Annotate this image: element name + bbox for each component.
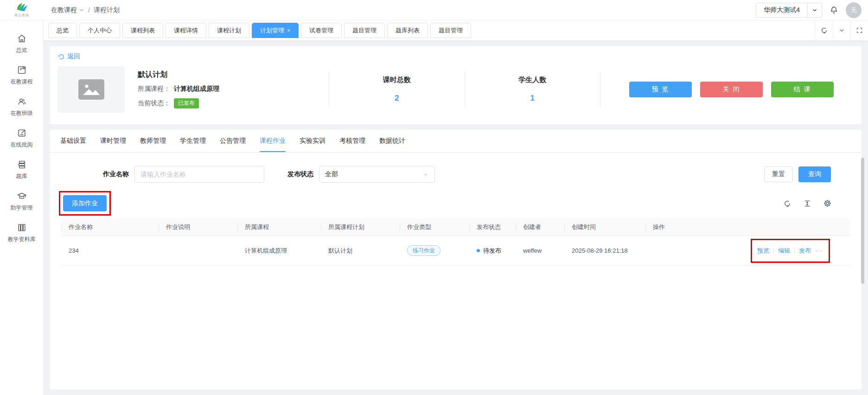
publish-status-select[interactable]: 全部	[319, 166, 435, 183]
col-course: 所属课程	[237, 223, 321, 231]
col-assignment-name: 作业名称	[61, 223, 159, 231]
avatar[interactable]: 无	[846, 2, 862, 18]
page-tab-plan-management-active[interactable]: 计划管理 ×	[252, 23, 299, 38]
breadcrumb-separator: /	[88, 6, 90, 14]
sidebar-item-teaching-classes[interactable]: 在教班级	[0, 91, 44, 122]
add-assignment-button[interactable]: 添加作业	[63, 195, 107, 211]
page-tab-course-list[interactable]: 课程列表	[122, 23, 163, 38]
chevron-down-icon	[423, 172, 429, 178]
tab-lesson-management[interactable]: 课时管理	[100, 130, 126, 152]
col-assignment-description: 作业说明	[159, 223, 237, 231]
fullscreen-icon[interactable]	[850, 20, 868, 40]
publish-status-value: 全部	[325, 170, 423, 178]
plan-course-value: 计算机组成原理	[174, 85, 219, 93]
tab-student-management[interactable]: 学生管理	[180, 130, 206, 152]
row-actions: 预览 编辑 发布 ···	[757, 247, 823, 255]
sidebar-item-teaching-resources[interactable]: 教学资料库	[0, 217, 44, 248]
back-button[interactable]: 返回	[57, 52, 80, 61]
tab-announcement-management[interactable]: 公告管理	[220, 130, 246, 152]
tabbar-actions	[815, 20, 868, 40]
page-tab-course-plan[interactable]: 课程计划	[209, 23, 249, 38]
table-setting-icons	[783, 199, 832, 208]
topbar-right: 华师大测试4 无	[756, 2, 868, 18]
status-text: 待发布	[483, 247, 501, 255]
logo-icon	[16, 2, 28, 13]
row-height-icon[interactable]	[803, 199, 811, 208]
question-bank-icon	[17, 159, 27, 170]
preview-button[interactable]: 预 览	[629, 82, 692, 97]
page-tab-question-management-1[interactable]: 题目管理	[344, 23, 385, 38]
user-menu[interactable]: 华师大测试4	[756, 3, 822, 18]
publish-status-label: 发布状态	[287, 170, 313, 178]
plan-section-tabs: 基础设置 课时管理 教师管理 学生管理 公告管理 课程作业 实验实训 考核管理 …	[50, 130, 862, 153]
assignment-name-label: 作业名称	[103, 170, 129, 178]
chevron-down-icon[interactable]	[833, 20, 850, 40]
row-publish-link[interactable]: 发布	[799, 247, 811, 255]
tab-course-assignments-active[interactable]: 课程作业	[260, 130, 286, 152]
page-tab-course-detail[interactable]: 课程详情	[166, 23, 206, 38]
notification-bell-icon[interactable]	[830, 6, 838, 14]
sidebar-item-teaching-courses[interactable]: 在教课程	[0, 59, 44, 91]
avatar-text: 无	[851, 6, 857, 14]
divider	[794, 248, 795, 254]
resource-books-icon	[17, 223, 27, 233]
page-tab-overview[interactable]: 总览	[48, 23, 77, 38]
sidebar-item-tutoring-management[interactable]: 助学管理	[0, 185, 44, 217]
plan-cover-placeholder	[57, 66, 125, 113]
plan-row: 默认计划 所属课程： 计算机组成原理 当前状态： 已发布 课时总数 2 学生人数…	[57, 66, 854, 113]
tab-experiment-training[interactable]: 实验实训	[300, 130, 326, 152]
tab-basic-settings[interactable]: 基础设置	[60, 130, 86, 152]
breadcrumb-parent[interactable]: 在教课程	[51, 6, 84, 14]
plan-actions: 预 览 关 闭 结 课	[629, 82, 834, 97]
sidebar-item-online-review[interactable]: 在线批阅	[0, 122, 44, 154]
user-name: 华师大测试4	[756, 6, 807, 14]
plan-summary-card: 返回 默认计划 所属课程： 计算机组成原理 当前状态： 已发布	[50, 46, 862, 124]
assignment-name-input[interactable]	[134, 166, 264, 183]
gear-icon[interactable]	[823, 199, 832, 208]
sidebar-item-question-bank[interactable]: 题库	[0, 154, 44, 185]
type-badge: 练习作业	[407, 245, 440, 256]
divider	[773, 248, 774, 254]
tab-assessment-management[interactable]: 考核管理	[339, 130, 365, 152]
tab-teacher-management[interactable]: 教师管理	[140, 130, 166, 152]
page-tab-question-management-2[interactable]: 题目管理	[430, 23, 471, 38]
topbar: 奥兰在线 在教课程 / 课程计划 华师大测试4 无	[0, 0, 868, 20]
chevron-down-icon	[808, 7, 822, 13]
col-course-plan: 所属课程计划	[321, 223, 400, 231]
row-publish-status: 待发布	[469, 247, 516, 255]
page-tab-question-bank-list[interactable]: 题库列表	[387, 23, 428, 38]
page-tab-personal-center[interactable]: 个人中心	[79, 23, 120, 38]
review-edit-icon	[17, 128, 27, 138]
page-tab-exam-paper-management[interactable]: 试卷管理	[301, 23, 342, 38]
assignment-panel: 基础设置 课时管理 教师管理 学生管理 公告管理 课程作业 实验实训 考核管理 …	[50, 130, 862, 389]
row-course-plan: 默认计划	[321, 247, 400, 255]
tab-data-statistics[interactable]: 数据统计	[379, 130, 405, 152]
breadcrumb-current: 课程计划	[94, 6, 120, 14]
sidebar-item-overview[interactable]: 总览	[0, 28, 44, 59]
finish-course-button[interactable]: 结 课	[771, 82, 834, 97]
refresh-icon[interactable]	[783, 199, 791, 208]
app-logo[interactable]: 奥兰在线	[0, 0, 44, 20]
close-icon[interactable]: ×	[287, 28, 290, 33]
stat-total-lessons: 课时总数 2	[329, 76, 465, 103]
scrollbar-thumb[interactable]	[861, 158, 864, 284]
col-assignment-type: 作业类型	[400, 223, 469, 231]
divider	[600, 71, 600, 108]
col-publish-status: 发布状态	[469, 223, 516, 231]
row-edit-link[interactable]: 编辑	[778, 247, 790, 255]
reset-button[interactable]: 重置	[764, 166, 793, 182]
row-creator: weffew	[516, 247, 564, 254]
filter-row: 作业名称 发布状态 全部 重置 查询	[61, 166, 850, 183]
table-row: 234 计算机组成原理 默认计划 练习作业 待发布 weffew 2025-08…	[61, 236, 850, 266]
row-created-time: 2025-08-29 16:21:18	[564, 247, 645, 254]
page-tabbar: 总览 个人中心 课程列表 课程详情 课程计划 计划管理 × 试卷管理 题目管理 …	[44, 20, 868, 41]
search-button[interactable]: 查询	[798, 166, 831, 182]
col-created-time: 创建时间	[564, 223, 645, 231]
page-tabs: 总览 个人中心 课程列表 课程详情 课程计划 计划管理 × 试卷管理 题目管理 …	[44, 23, 815, 38]
refresh-icon[interactable]	[815, 20, 833, 40]
filter-buttons: 重置 查询	[764, 166, 831, 182]
row-preview-link[interactable]: 预览	[757, 247, 769, 255]
close-course-button[interactable]: 关 闭	[700, 82, 763, 97]
plan-title: 默认计划	[138, 70, 329, 80]
more-actions-icon[interactable]: ···	[815, 247, 823, 254]
